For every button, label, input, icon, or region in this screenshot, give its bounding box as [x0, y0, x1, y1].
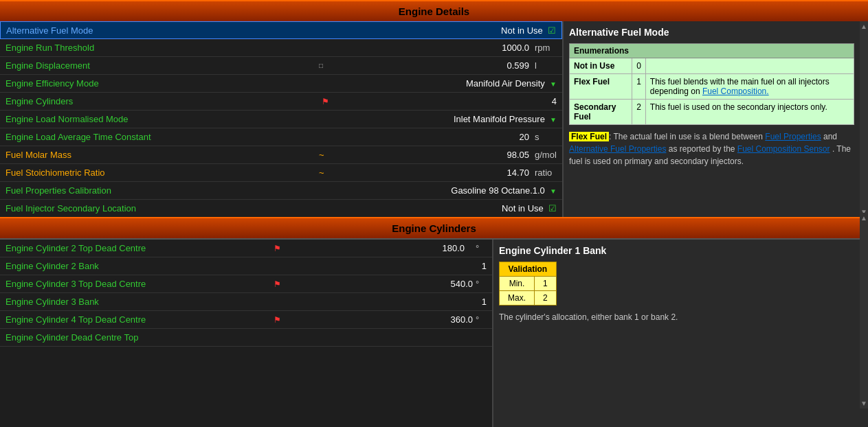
- detail-row-engine-efficiency-mode[interactable]: Engine Efficiency Mode Manifold Air Dens…: [0, 75, 562, 93]
- alt-fuel-panel: Alternative Fuel Mode Enumerations Not i…: [564, 21, 860, 217]
- flex-fuel-highlight: Flex Fuel: [569, 132, 609, 141]
- enum-table: Enumerations Not in Use 0 Fle: [569, 43, 854, 125]
- flag-icon-cyl-3-tdc: ⚑: [274, 279, 281, 289]
- detail-row-fuel-molar-mass[interactable]: Fuel Molar Mass ~ 98.05 g/mol: [0, 146, 562, 164]
- enum-desc-flex-fuel: This fuel blends with the main fuel on a…: [645, 74, 854, 100]
- row-label-engine-cylinders: Engine Cylinders: [3, 96, 319, 106]
- enum-value-not-in-use: 0: [632, 58, 646, 74]
- validation-min-label: Min.: [500, 277, 535, 291]
- engine-cylinders-title: Engine Cylinders: [392, 222, 476, 234]
- detail-row-fuel-injector-secondary[interactable]: Fuel Injector Secondary Location Not in …: [0, 200, 562, 217]
- right-panel-scrollbar[interactable]: [860, 213, 868, 408]
- cyl-value-2-bank: 1: [271, 261, 489, 271]
- validation-header: Validation: [500, 262, 557, 277]
- approx-icon-8: ~: [319, 168, 324, 178]
- alt-fuel-description: Flex Fuel: The actual fuel in use is a b…: [569, 130, 854, 168]
- cyl-label-dead-centre-top: Engine Cylinder Dead Centre Top: [3, 332, 271, 343]
- row-value-engine-load-normalised: Inlet Manifold Pressure ▼: [319, 114, 559, 124]
- alt-fuel-panel-title: Alternative Fuel Mode: [569, 27, 854, 38]
- row-value-engine-displacement: 0.599: [326, 60, 532, 71]
- cylinders-list: Engine Cylinder 2 Top Dead Centre ⚑ 180.…: [0, 240, 493, 427]
- cylinder-description: The cylinder's allocation, either bank 1…: [499, 311, 863, 323]
- engine-cylinders-body: Engine Cylinder 2 Top Dead Centre ⚑ 180.…: [0, 238, 868, 427]
- engine-details-header: Engine Details: [0, 0, 868, 21]
- cyl-label-4-tdc: Engine Cylinder 4 Top Dead Centre: [3, 314, 271, 325]
- enum-value-secondary-fuel: 2: [632, 100, 646, 125]
- enum-desc-secondary-fuel: This fuel is used on the secondary injec…: [645, 100, 854, 125]
- detail-row-engine-load-normalised[interactable]: Engine Load Normalised Mode Inlet Manifo…: [0, 111, 562, 128]
- enum-label-not-in-use: Not in Use: [570, 58, 632, 74]
- detail-row-alternative-fuel-mode[interactable]: Alternative Fuel Mode Not in Use ☑: [0, 21, 562, 39]
- engine-details-section: Engine Details Alternative Fuel Mode Not…: [0, 0, 868, 217]
- cyl-value-4-tdc: 360.0: [281, 314, 476, 325]
- alt-fuel-right-panel: Alternative Fuel Mode Enumerations Not i…: [564, 21, 868, 217]
- checkbox-icon-0: ☑: [548, 25, 556, 36]
- fuel-composition-link-1[interactable]: Fuel Composition.: [702, 86, 769, 96]
- cyl-label-2-tdc: Engine Cylinder 2 Top Dead Centre: [3, 243, 271, 253]
- row-value-alternative-fuel-mode: Not in Use ☑: [320, 25, 559, 36]
- alt-fuel-scrollbar[interactable]: [860, 21, 868, 217]
- row-value-engine-efficiency-mode: Manifold Air Density ▼: [319, 78, 559, 89]
- row-label-fuel-injector-secondary: Fuel Injector Secondary Location: [3, 203, 319, 214]
- row-value-load-avg-time: 20: [319, 132, 532, 142]
- dropdown-arrow-9: ▼: [550, 187, 557, 195]
- enum-label-secondary-fuel: Secondary Fuel: [570, 100, 632, 125]
- validation-max-label: Max.: [500, 291, 535, 305]
- enum-value-flex-fuel: 1: [632, 74, 646, 100]
- row-label-engine-load-normalised: Engine Load Normalised Mode: [3, 114, 319, 124]
- cyl-row-2-bank[interactable]: Engine Cylinder 2 Bank 1: [0, 257, 492, 275]
- detail-row-engine-cylinders[interactable]: Engine Cylinders ⚑ 4: [0, 93, 562, 111]
- fuel-properties-link[interactable]: Fuel Properties: [765, 132, 821, 141]
- app-container: Engine Details Alternative Fuel Mode Not…: [0, 0, 868, 427]
- row-value-engine-run-threshold: 1000.0: [319, 43, 532, 53]
- detail-row-fuel-properties-cal[interactable]: Fuel Properties Calibration Gasoline 98 …: [0, 182, 562, 200]
- row-label-engine-displacement: Engine Displacement: [3, 60, 319, 71]
- row-label-fuel-properties-cal: Fuel Properties Calibration: [3, 185, 319, 196]
- alt-fuel-properties-link[interactable]: Alternative Fuel Properties: [569, 144, 666, 154]
- cyl-label-3-tdc: Engine Cylinder 3 Top Dead Centre: [3, 279, 271, 289]
- dropdown-arrow-3: ▼: [550, 80, 557, 88]
- row-label-fuel-stoich: Fuel Stoichiometric Ratio: [3, 168, 319, 178]
- engine-details-body: Alternative Fuel Mode Not in Use ☑ Engin…: [0, 21, 868, 217]
- cyl-unit-3-tdc: °: [476, 279, 489, 289]
- cyl-row-2-tdc[interactable]: Engine Cylinder 2 Top Dead Centre ⚑ 180.…: [0, 240, 492, 257]
- row-unit-fuel-molar-mass: g/mol: [532, 150, 559, 160]
- fuel-composition-sensor-link[interactable]: Fuel Composition Sensor: [737, 144, 830, 154]
- row-label-fuel-molar-mass: Fuel Molar Mass: [3, 150, 319, 160]
- cyl-row-3-bank[interactable]: Engine Cylinder 3 Bank 1: [0, 293, 492, 311]
- engine-cylinders-section: Engine Cylinders Engine Cylinder 2 Top D…: [0, 217, 868, 427]
- detail-row-fuel-stoich[interactable]: Fuel Stoichiometric Ratio ~ 14.70 ratio: [0, 164, 562, 182]
- cyl-row-dead-centre-top[interactable]: Engine Cylinder Dead Centre Top: [0, 329, 492, 347]
- flag-icon-cyl-2-tdc: ⚑: [274, 244, 281, 253]
- cylinder-detail-title: Engine Cylinder 1 Bank: [499, 245, 863, 256]
- cyl-value-3-tdc: 540.0: [281, 279, 476, 289]
- enum-table-header: Enumerations: [570, 44, 854, 58]
- enum-row-flex-fuel[interactable]: Flex Fuel 1 This fuel blends with the ma…: [570, 74, 854, 100]
- cyl-value-3-bank: 1: [271, 297, 489, 307]
- dropdown-arrow-5: ▼: [550, 116, 557, 124]
- cyl-row-3-tdc[interactable]: Engine Cylinder 3 Top Dead Centre ⚑ 540.…: [0, 275, 492, 293]
- engine-cylinders-header: Engine Cylinders: [0, 217, 868, 238]
- enum-row-secondary-fuel[interactable]: Secondary Fuel 2 This fuel is used on th…: [570, 100, 854, 125]
- cyl-row-4-tdc[interactable]: Engine Cylinder 4 Top Dead Centre ⚑ 360.…: [0, 311, 492, 329]
- detail-row-engine-displacement[interactable]: Engine Displacement □ 0.599 l: [0, 57, 562, 75]
- row-value-fuel-properties-cal: Gasoline 98 Octane.1.0 ▼: [319, 185, 559, 196]
- validation-min-row: Min. 1: [500, 277, 557, 291]
- enum-label-flex-fuel: Flex Fuel: [570, 74, 632, 100]
- validation-max-value: 2: [535, 291, 557, 305]
- cylinder-detail-panel: Engine Cylinder 1 Bank Validation Min. 1: [493, 240, 868, 427]
- engine-details-title: Engine Details: [399, 5, 469, 17]
- row-unit-fuel-stoich: ratio: [532, 168, 559, 178]
- detail-row-load-avg-time[interactable]: Engine Load Average Time Constant 20 s: [0, 128, 562, 146]
- cyl-label-2-bank: Engine Cylinder 2 Bank: [3, 261, 271, 271]
- row-label-engine-run-threshold: Engine Run Threshold: [3, 43, 319, 53]
- validation-min-value: 1: [535, 277, 557, 291]
- row-label-alternative-fuel-mode: Alternative Fuel Mode: [3, 25, 320, 36]
- row-value-engine-cylinders: 4: [329, 96, 559, 106]
- cyl-label-3-bank: Engine Cylinder 3 Bank: [3, 297, 271, 307]
- enum-row-not-in-use[interactable]: Not in Use 0: [570, 58, 854, 74]
- row-unit-engine-displacement: l: [532, 60, 559, 71]
- detail-row-engine-run-threshold[interactable]: Engine Run Threshold 1000.0 rpm: [0, 39, 562, 57]
- cyl-unit-2-tdc: °: [476, 243, 489, 253]
- flag-icon-cyl-4-tdc: ⚑: [274, 315, 281, 325]
